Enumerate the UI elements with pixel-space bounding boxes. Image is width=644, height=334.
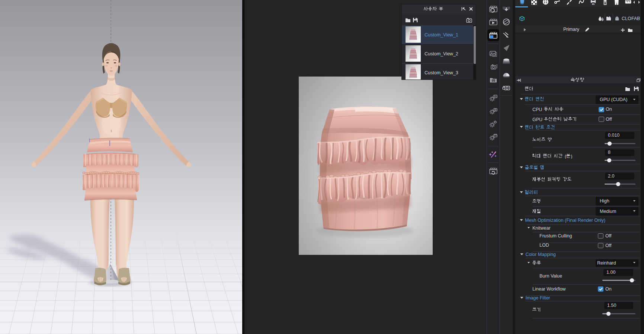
svg-text:CPU: CPU [532, 107, 542, 112]
svg-text:(: ( [565, 154, 567, 159]
svg-text:GPU: GPU [532, 117, 542, 121]
svg-text:): ) [571, 154, 572, 159]
